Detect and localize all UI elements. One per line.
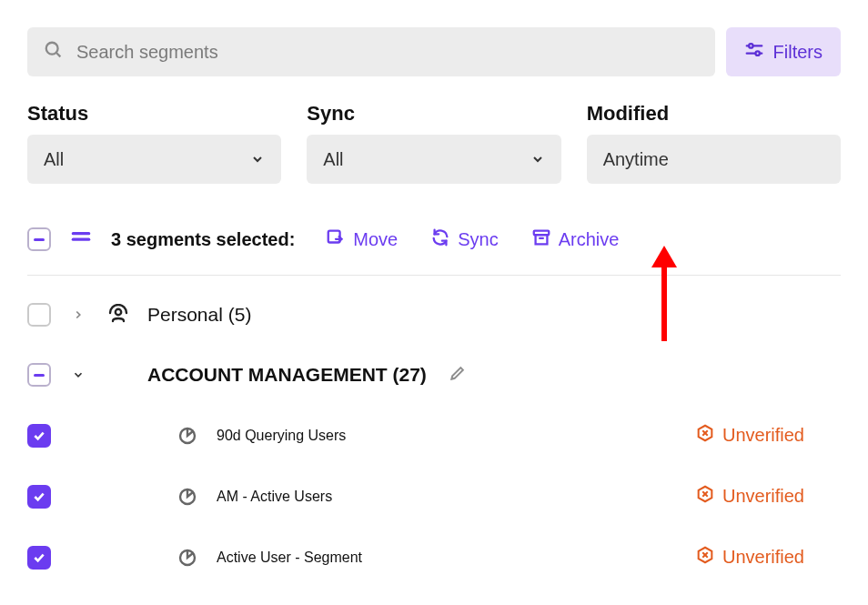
sync-select[interactable]: All — [307, 135, 560, 184]
segment-icon — [175, 547, 200, 569]
selection-count: 3 segments selected: — [111, 229, 295, 250]
status-badge: Unverified — [695, 484, 841, 509]
segment-checkbox[interactable] — [27, 546, 51, 570]
segment-icon — [175, 486, 200, 508]
archive-button[interactable]: Archive — [524, 227, 627, 252]
sync-button[interactable]: Sync — [423, 227, 505, 252]
svg-point-0 — [46, 43, 58, 55]
search-icon — [44, 40, 64, 64]
svg-point-5 — [755, 51, 759, 55]
status-value: All — [44, 149, 64, 170]
modified-value: Anytime — [603, 149, 669, 170]
svg-line-1 — [56, 53, 61, 57]
edit-icon[interactable] — [449, 364, 467, 387]
group-checkbox[interactable] — [27, 363, 51, 387]
sync-icon — [430, 227, 450, 252]
personal-icon — [106, 304, 131, 326]
svg-point-11 — [116, 309, 121, 315]
sliders-icon — [744, 40, 764, 65]
unverified-icon — [695, 545, 715, 570]
search-box[interactable] — [27, 27, 715, 76]
segment-name: 90d Querying Users — [217, 428, 346, 444]
modified-select[interactable]: Anytime — [587, 135, 841, 184]
unverified-icon — [695, 484, 715, 509]
collapse-chevron[interactable] — [67, 368, 89, 381]
sync-value: All — [323, 149, 343, 170]
group-label: Personal (5) — [147, 304, 251, 326]
status-text: Unverified — [722, 425, 804, 446]
filters-button[interactable]: Filters — [726, 27, 841, 76]
segment-row[interactable]: Active User - Segment Unverified — [27, 527, 841, 588]
sync-label: Sync — [307, 102, 560, 126]
segment-checkbox[interactable] — [27, 424, 51, 448]
svg-point-3 — [749, 44, 752, 47]
group-label: ACCOUNT MANAGEMENT (27) — [147, 364, 427, 386]
search-input[interactable] — [75, 41, 699, 64]
select-all-checkbox[interactable] — [27, 227, 51, 251]
chevron-down-icon — [250, 152, 265, 166]
group-checkbox[interactable] — [27, 303, 51, 327]
sync-action-label: Sync — [458, 229, 498, 250]
archive-icon — [531, 227, 551, 252]
archive-label: Archive — [559, 229, 620, 250]
move-icon — [326, 227, 346, 252]
expand-chevron[interactable] — [67, 308, 89, 321]
status-badge: Unverified — [695, 423, 841, 448]
move-button[interactable]: Move — [318, 227, 405, 252]
status-select[interactable]: All — [27, 135, 281, 184]
segment-name: AM - Active Users — [217, 489, 332, 505]
segment-icon — [175, 425, 200, 447]
segment-checkbox[interactable] — [27, 485, 51, 509]
group-row-personal[interactable]: Personal (5) — [27, 285, 841, 345]
group-row-account[interactable]: ACCOUNT MANAGEMENT (27) — [27, 345, 841, 405]
status-badge: Unverified — [695, 545, 841, 570]
segment-name: Active User - Segment — [217, 550, 362, 566]
list-icon — [69, 226, 93, 253]
chevron-down-icon — [530, 152, 545, 166]
modified-label: Modified — [587, 102, 841, 126]
move-label: Move — [353, 229, 398, 250]
unverified-icon — [695, 423, 715, 448]
filters-label: Filters — [773, 42, 823, 63]
status-label: Status — [27, 102, 281, 126]
segment-row[interactable]: AM - Active Users Unverified — [27, 466, 841, 527]
status-text: Unverified — [722, 486, 804, 507]
segment-row[interactable]: 90d Querying Users Unverified — [27, 405, 841, 466]
status-text: Unverified — [722, 547, 804, 568]
